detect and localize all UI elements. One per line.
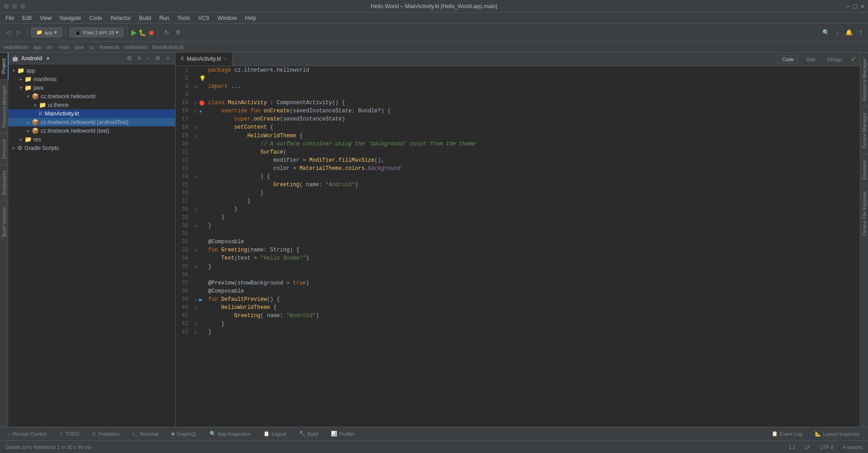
sync-btn[interactable]: ↻ xyxy=(162,28,172,37)
code-content-19[interactable]: HelloWorldTheme { xyxy=(208,133,860,139)
code-content-41[interactable]: Greeting( name: "Android") xyxy=(208,313,860,319)
title-bar-controls[interactable]: − □ × xyxy=(846,3,864,10)
tree-item-package-test[interactable]: ▸ 📦 cz.itnetwork.helloworld (test) xyxy=(8,126,175,135)
breadcrumb-item-6[interactable]: cz xyxy=(89,44,94,50)
left-tab-bookmarks[interactable]: Bookmarks xyxy=(0,164,8,201)
run-button[interactable]: ▶ xyxy=(131,28,137,37)
code-content-17[interactable]: super.onCreate(savedInstanceState) xyxy=(208,116,860,122)
code-content-32[interactable]: @Composable xyxy=(208,239,860,245)
code-content-42[interactable]: } xyxy=(208,321,860,327)
code-content-29[interactable]: } xyxy=(208,214,860,221)
tree-arrow-manifests[interactable]: ▸ xyxy=(17,77,24,82)
design-view-btn[interactable]: Design xyxy=(823,55,847,63)
panel-close-btn[interactable]: × xyxy=(164,54,172,62)
breadcrumb-item-8[interactable]: helloworld xyxy=(124,44,147,50)
menu-window[interactable]: Window xyxy=(214,14,241,22)
breadcrumb-item-9[interactable]: MainActivity.kt xyxy=(153,44,184,50)
code-view-btn[interactable]: Code xyxy=(778,55,798,63)
menu-view[interactable]: View xyxy=(36,14,55,22)
breadcrumb-item-5[interactable]: java xyxy=(75,44,84,50)
code-content-22[interactable]: modifier = Modifier.fillMaxSize(), xyxy=(208,157,860,164)
right-tab-resource-manager[interactable]: Resource Manager xyxy=(860,53,868,106)
fold-28[interactable]: ⊕ xyxy=(192,207,199,212)
fold-35[interactable]: ⊕ xyxy=(192,264,199,269)
tree-arrow-uitheme[interactable]: ▸ xyxy=(32,102,39,107)
menu-edit[interactable]: Edit xyxy=(19,14,35,22)
tree-item-package-androidtest[interactable]: ▸ 📦 cz.itnetwork.helloworld (androidTest… xyxy=(8,118,175,126)
tree-arrow-java[interactable]: ▾ xyxy=(17,85,24,90)
minimize-dot[interactable] xyxy=(12,4,17,9)
menu-code[interactable]: Code xyxy=(86,14,106,22)
tree-item-uitheme[interactable]: ▸ 📁 ui.theme xyxy=(8,101,175,109)
breadcrumb-item-3[interactable]: src xyxy=(47,44,53,50)
tree-arrow-app[interactable]: ▾ xyxy=(10,68,17,73)
status-encoding-item[interactable]: UTF-8 xyxy=(818,443,835,451)
search-btn[interactable]: 🔍 xyxy=(820,28,832,37)
code-content-27[interactable]: } xyxy=(208,198,860,204)
tree-item-package-main[interactable]: ▾ 📦 cz.itnetwork.helloworld xyxy=(8,92,175,101)
help-btn[interactable]: ? xyxy=(857,28,864,37)
fold-30[interactable]: ⊕ xyxy=(192,223,199,228)
menu-navigate[interactable]: Navigate xyxy=(56,14,85,22)
left-tab-resource[interactable]: Resource Manager xyxy=(0,79,8,133)
code-content-35[interactable]: } xyxy=(208,264,860,270)
right-tab-emulator[interactable]: Emulator xyxy=(860,154,868,185)
fold-33[interactable]: ⊖ xyxy=(192,248,199,253)
forward-btn[interactable]: ▷ xyxy=(14,28,24,37)
code-content-26[interactable]: } xyxy=(208,190,860,196)
code-content-33[interactable]: fun Greeting(name: String) { xyxy=(208,247,860,253)
fold-3[interactable]: ⊕ xyxy=(192,84,199,89)
status-position-item[interactable]: 1:1 xyxy=(787,443,797,451)
breadcrumb-item-4[interactable]: main xyxy=(59,44,70,50)
maximize-dot[interactable] xyxy=(20,4,25,9)
panel-settings-btn[interactable]: ⚙ xyxy=(153,54,162,62)
code-content-40[interactable]: HelloWorldTheme { xyxy=(208,304,860,311)
bottom-tab-terminal[interactable]: >_ Terminal xyxy=(128,430,163,438)
code-content-3[interactable]: import ... xyxy=(208,83,860,90)
panel-gear-btn[interactable]: ⚙ xyxy=(125,54,134,62)
menu-vcs[interactable]: VCS xyxy=(195,14,213,22)
tab-mainactivity[interactable]: K MainActivity.kt × xyxy=(176,53,233,66)
menu-tools[interactable]: Tools xyxy=(174,14,194,22)
status-line-sep-item[interactable]: LF xyxy=(803,443,812,451)
fold-40[interactable]: ⊖ xyxy=(192,305,199,310)
close-icon[interactable]: × xyxy=(861,3,864,10)
update-btn[interactable]: 🔔 xyxy=(843,28,855,37)
code-content-18[interactable]: setContent { xyxy=(208,124,860,130)
status-indent-item[interactable]: 4 spaces xyxy=(841,443,864,451)
bottom-tab-build[interactable]: 🔨 Build xyxy=(295,429,323,438)
tree-arrow-test[interactable]: ▸ xyxy=(24,128,32,133)
left-tab-build-variants[interactable]: Build Variants xyxy=(0,201,8,242)
bottom-tab-profiler[interactable]: 📊 Profiler xyxy=(326,429,359,438)
tree-item-mainactivity[interactable]: K MainActivity.kt xyxy=(8,109,175,118)
menu-file[interactable]: File xyxy=(2,14,18,22)
left-tab-project[interactable]: Project xyxy=(0,53,9,79)
code-content-28[interactable]: } xyxy=(208,206,860,212)
code-content-16[interactable]: override fun onCreate(savedInstanceState… xyxy=(208,108,860,114)
code-content-20[interactable]: // A surface container using the 'backgr… xyxy=(208,141,860,147)
tree-arrow-androidtest[interactable]: ▸ xyxy=(24,120,32,125)
back-btn[interactable]: ◁ xyxy=(4,28,13,37)
close-dot[interactable] xyxy=(4,4,9,9)
device-selector[interactable]: 📱 Pixel 2 API 29 ▾ xyxy=(70,28,124,37)
code-scroll-area[interactable]: 1 package cz.itnetwork.helloworld 2 💡 xyxy=(176,66,860,427)
code-content-24[interactable]: ) { xyxy=(208,173,860,180)
fold-39[interactable]: ⊖ xyxy=(192,297,199,302)
bottom-tab-todo[interactable]: ✓ TODO xyxy=(55,429,84,438)
bottom-tab-event-log[interactable]: 📋 Event Log xyxy=(767,429,807,438)
bottom-tab-graphql[interactable]: ◆ GraphQL xyxy=(167,429,201,438)
panel-dropdown-icon[interactable]: ▾ xyxy=(47,55,49,62)
bottom-tab-problems[interactable]: ⚠ Problems xyxy=(87,429,124,438)
fold-43[interactable]: ⊕ xyxy=(192,330,199,335)
tree-item-res[interactable]: ▸ 📁 res xyxy=(8,135,175,144)
status-message-item[interactable]: Gradle sync finished in 1 m 30 s 90 ms xyxy=(4,443,93,451)
restore-icon[interactable]: □ xyxy=(853,3,857,10)
right-tab-device-manager[interactable]: Device Manager xyxy=(860,106,868,154)
tree-item-app[interactable]: ▾ 📁 app xyxy=(8,66,175,75)
tree-arrow-gradle[interactable]: ▸ xyxy=(10,145,17,150)
fold-15[interactable]: ⊖ xyxy=(192,101,199,106)
code-content-15[interactable]: class MainActivity : ComponentActivity()… xyxy=(208,100,860,106)
menu-refactor[interactable]: Refactor xyxy=(107,14,134,22)
code-content-23[interactable]: color = MaterialTheme.colors.background xyxy=(208,165,860,172)
tree-item-java[interactable]: ▾ 📁 java xyxy=(8,83,175,92)
